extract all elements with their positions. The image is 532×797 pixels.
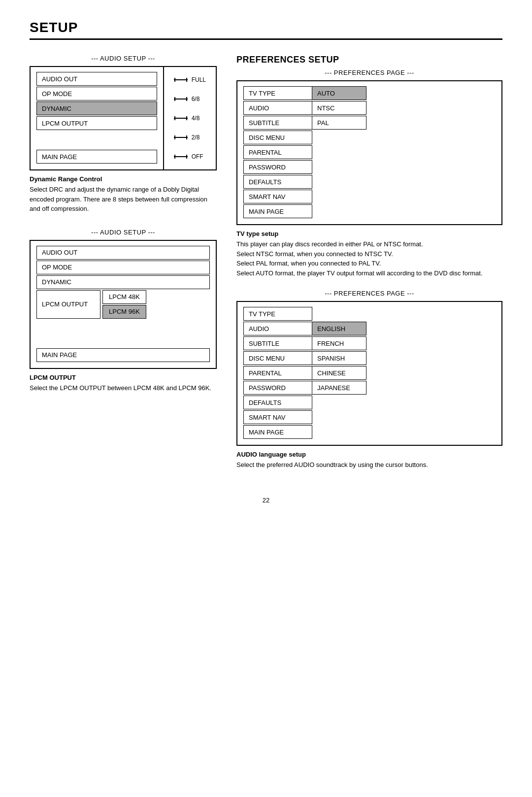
- table-row: MAIN PAGE: [243, 425, 496, 439]
- tv-type-cell[interactable]: TV TYPE: [243, 86, 312, 100]
- desc-text-1: Select DRC and adjust the dynamic range …: [30, 185, 217, 214]
- audio-lang-desc-text: Select the preferred AUDIO soundtrack by…: [236, 460, 502, 470]
- level-off: OFF: [174, 153, 206, 160]
- dynamic-cell[interactable]: DYNAMIC: [36, 101, 157, 115]
- dynamic-cell-2[interactable]: DYNAMIC: [36, 275, 210, 289]
- table-row: AUDIO ENGLISH: [243, 322, 496, 335]
- desc-tv-type: TV type setup This player can play discs…: [236, 230, 502, 278]
- level-68: 6/8: [174, 96, 206, 102]
- table-row: DISC MENU: [243, 131, 496, 144]
- table-row: OP MODE: [36, 261, 210, 274]
- defaults-cell[interactable]: DEFAULTS: [243, 175, 312, 189]
- table-row: MAIN PAGE: [36, 150, 157, 164]
- table-row: DYNAMIC: [36, 101, 157, 115]
- lpcm-96k-option[interactable]: LPCM 96K: [102, 305, 146, 319]
- level-full-label: FULL: [192, 76, 206, 83]
- level-indicator: FULL 6/8 4/8: [163, 67, 216, 169]
- table-row: DEFAULTS: [243, 175, 496, 189]
- french-cell[interactable]: FRENCH: [312, 336, 366, 350]
- table-row: DEFAULTS: [243, 396, 496, 409]
- defaults-cell-2[interactable]: DEFAULTS: [243, 396, 312, 409]
- desc-dynamic-range: Dynamic Range Control Select DRC and adj…: [30, 175, 217, 214]
- spanish-cell[interactable]: SPANISH: [312, 351, 366, 365]
- table-row: PARENTAL CHINESE: [243, 366, 496, 380]
- desc-title-1: Dynamic Range Control: [30, 175, 217, 183]
- parental-cell[interactable]: PARENTAL: [243, 145, 312, 159]
- parental-cell-2[interactable]: PARENTAL: [243, 366, 312, 380]
- table-row: SUBTITLE FRENCH: [243, 336, 496, 350]
- audio-setup-box-1: AUDIO OUT OP MODE DYNAMIC LPCM OUTPUT: [30, 66, 217, 170]
- auto-cell[interactable]: AUTO: [312, 86, 366, 100]
- subtitle-cell-2[interactable]: SUBTITLE: [243, 336, 312, 350]
- right-column: PREFERENCES SETUP --- PREFERENCES PAGE -…: [236, 55, 502, 482]
- chinese-cell[interactable]: CHINESE: [312, 366, 366, 380]
- main-page-cell-2[interactable]: MAIN PAGE: [36, 348, 210, 362]
- tick-icon-68: [174, 96, 188, 102]
- password-cell[interactable]: PASSWORD: [243, 160, 312, 174]
- lpcm-output-cell[interactable]: LPCM OUTPUT: [36, 116, 157, 130]
- table-row: AUDIO OUT: [36, 246, 210, 260]
- table-row: SMART NAV: [243, 410, 496, 424]
- password-cell-2[interactable]: PASSWORD: [243, 381, 312, 395]
- lpcm-output-cell-2[interactable]: LPCM OUTPUT: [36, 290, 100, 319]
- pref-box-1: TV TYPE AUTO AUDIO NTSC SUBTITLE PAL DIS…: [236, 80, 502, 225]
- japanese-cell[interactable]: JAPANESE: [312, 381, 366, 395]
- pref-page-label-1: --- PREFERENCES PAGE ---: [236, 69, 502, 76]
- main-page-pref-cell-2[interactable]: MAIN PAGE: [243, 425, 312, 439]
- smart-nav-cell[interactable]: SMART NAV: [243, 190, 312, 203]
- audio-setup-label-2: --- AUDIO SETUP ---: [30, 229, 217, 236]
- subtitle-cell[interactable]: SUBTITLE: [243, 116, 312, 130]
- tv-type-desc-text: This player can play discs recorded in e…: [236, 239, 502, 278]
- audio-out-cell[interactable]: AUDIO OUT: [36, 72, 157, 86]
- table-row: SMART NAV: [243, 190, 496, 203]
- level-68-label: 6/8: [192, 96, 200, 102]
- pal-cell[interactable]: PAL: [312, 116, 366, 130]
- tv-type-desc-title: TV type setup: [236, 230, 502, 237]
- disc-menu-cell-2[interactable]: DISC MENU: [243, 351, 312, 365]
- table-row: MAIN PAGE: [243, 204, 496, 218]
- tick-icon-full: [174, 77, 188, 83]
- audio-cell[interactable]: AUDIO: [243, 101, 312, 115]
- op-mode-cell[interactable]: OP MODE: [36, 87, 157, 100]
- audio-lang-desc-title: AUDIO language setup: [236, 451, 502, 458]
- table-row: AUDIO OUT: [36, 72, 157, 86]
- level-full: FULL: [174, 76, 206, 83]
- level-48-label: 4/8: [192, 115, 200, 122]
- audio-out-cell-2[interactable]: AUDIO OUT: [36, 246, 210, 260]
- audio-setup-box-2: AUDIO OUT OP MODE DYNAMIC LPCM OUTPUT LP…: [30, 240, 217, 369]
- left-column: --- AUDIO SETUP --- AUDIO OUT OP MODE DY…: [30, 55, 217, 404]
- main-layout: --- AUDIO SETUP --- AUDIO OUT OP MODE DY…: [30, 55, 502, 482]
- english-cell[interactable]: ENGLISH: [312, 322, 366, 335]
- page-title: SETUP: [30, 20, 502, 40]
- table-row: SUBTITLE PAL: [243, 116, 496, 130]
- tick-icon-28: [174, 134, 188, 140]
- table-row: PARENTAL: [243, 145, 496, 159]
- pref-page-label-2: --- PREFERENCES PAGE ---: [236, 290, 502, 297]
- main-page-cell-1[interactable]: MAIN PAGE: [36, 150, 157, 164]
- pref-box-2: TV TYPE AUDIO ENGLISH SUBTITLE FRENCH DI…: [236, 301, 502, 446]
- level-off-label: OFF: [192, 153, 203, 160]
- desc-audio-lang: AUDIO language setup Select the preferre…: [236, 451, 502, 470]
- tick-icon-48: [174, 115, 188, 121]
- desc-lpcm: LPCM OUTPUT Select the LPCM OUTPUT betwe…: [30, 374, 217, 393]
- table-row: MAIN PAGE: [36, 348, 210, 362]
- lpcm-48k-option[interactable]: LPCM 48K: [102, 290, 146, 304]
- table-row: DYNAMIC: [36, 275, 210, 289]
- table-row: LPCM OUTPUT LPCM 48K LPCM 96K: [36, 290, 210, 319]
- audio-setup-label-1: --- AUDIO SETUP ---: [30, 55, 217, 62]
- smart-nav-cell-2[interactable]: SMART NAV: [243, 410, 312, 424]
- ntsc-cell[interactable]: NTSC: [312, 101, 366, 115]
- level-28-label: 2/8: [192, 134, 200, 141]
- desc-title-2: LPCM OUTPUT: [30, 374, 217, 381]
- level-28: 2/8: [174, 134, 206, 141]
- audio-cell-2[interactable]: AUDIO: [243, 322, 312, 335]
- op-mode-cell-2[interactable]: OP MODE: [36, 261, 210, 274]
- main-page-pref-cell-1[interactable]: MAIN PAGE: [243, 204, 312, 218]
- page-number: 22: [30, 497, 502, 504]
- level-48: 4/8: [174, 115, 206, 122]
- table-row: AUDIO NTSC: [243, 101, 496, 115]
- tv-type-cell-2[interactable]: TV TYPE: [243, 307, 312, 321]
- audio-setup-left-1: AUDIO OUT OP MODE DYNAMIC LPCM OUTPUT: [31, 67, 163, 169]
- disc-menu-cell[interactable]: DISC MENU: [243, 131, 312, 144]
- table-row: TV TYPE: [243, 307, 496, 321]
